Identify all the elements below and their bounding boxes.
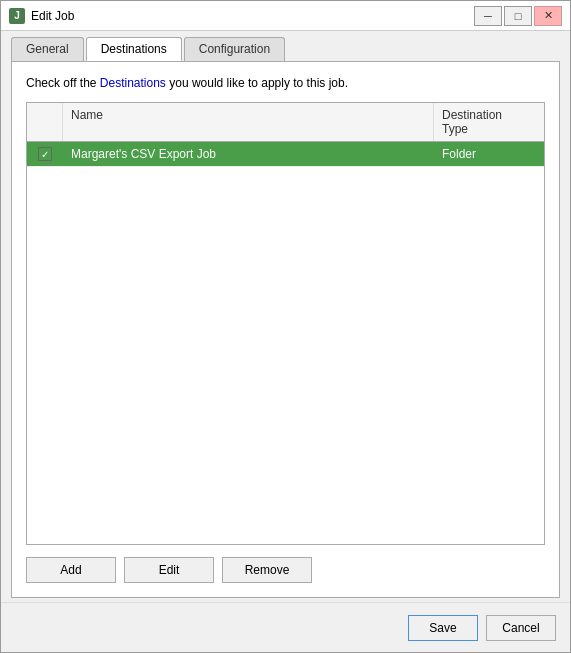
add-button[interactable]: Add <box>26 557 116 583</box>
col-checkbox <box>27 103 63 141</box>
window-title: Edit Job <box>31 9 468 23</box>
col-name: Name <box>63 103 434 141</box>
row-destination-type: Folder <box>434 142 544 166</box>
app-icon: J <box>9 8 25 24</box>
tab-general[interactable]: General <box>11 37 84 61</box>
row-checkbox[interactable]: ✓ <box>27 142 63 166</box>
tabs-bar: General Destinations Configuration <box>1 31 570 61</box>
col-destination-type: Destination Type <box>434 103 544 141</box>
minimize-button[interactable]: ─ <box>474 6 502 26</box>
destinations-table: Name Destination Type ✓ Margaret's CSV E… <box>26 102 545 545</box>
save-button[interactable]: Save <box>408 615 478 641</box>
cancel-button[interactable]: Cancel <box>486 615 556 641</box>
window-controls: ─ □ ✕ <box>474 6 562 26</box>
bottom-bar: Save Cancel <box>1 602 570 652</box>
close-button[interactable]: ✕ <box>534 6 562 26</box>
edit-job-window: J Edit Job ─ □ ✕ General Destinations Co… <box>0 0 571 653</box>
table-body: ✓ Margaret's CSV Export Job Folder <box>27 142 544 544</box>
table-row[interactable]: ✓ Margaret's CSV Export Job Folder <box>27 142 544 167</box>
edit-button[interactable]: Edit <box>124 557 214 583</box>
instruction-text: Check off the Destinations you would lik… <box>26 76 545 90</box>
row-name: Margaret's CSV Export Job <box>63 142 434 166</box>
maximize-button[interactable]: □ <box>504 6 532 26</box>
checkbox-checked-icon: ✓ <box>38 147 52 161</box>
tab-destinations[interactable]: Destinations <box>86 37 182 61</box>
remove-button[interactable]: Remove <box>222 557 312 583</box>
action-buttons: Add Edit Remove <box>26 557 545 583</box>
tab-configuration[interactable]: Configuration <box>184 37 285 61</box>
content-area: Check off the Destinations you would lik… <box>11 61 560 598</box>
table-header: Name Destination Type <box>27 103 544 142</box>
title-bar: J Edit Job ─ □ ✕ <box>1 1 570 31</box>
